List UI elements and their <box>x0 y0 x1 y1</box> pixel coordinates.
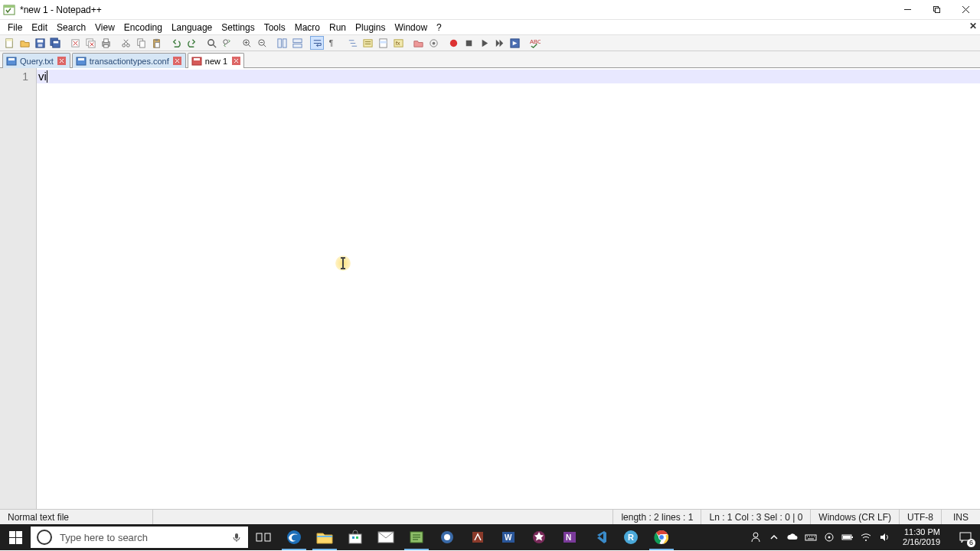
copy-button[interactable] <box>134 36 148 50</box>
new-file-button[interactable] <box>2 36 16 50</box>
word-wrap-button[interactable] <box>310 36 324 50</box>
doc-map-button[interactable] <box>376 36 390 50</box>
keyboard-icon[interactable] <box>805 531 817 543</box>
redo-button[interactable] <box>185 36 198 50</box>
vscode-app-icon[interactable] <box>585 524 616 550</box>
menu-help[interactable]: ? <box>432 21 446 34</box>
save-macro-button[interactable] <box>508 36 521 50</box>
app-icon-7[interactable] <box>462 524 493 550</box>
status-bar: Normal text file length : 2 lines : 1 Ln… <box>0 509 980 524</box>
zoom-in-button[interactable] <box>240 36 253 50</box>
chrome-app-icon[interactable] <box>646 524 677 550</box>
editor-content: vi <box>38 70 47 83</box>
monitoring-button[interactable] <box>426 36 440 50</box>
volume-icon[interactable] <box>878 531 890 543</box>
tab-new1[interactable]: new 1 <box>188 53 244 68</box>
svg-rect-83 <box>16 531 22 537</box>
open-file-button[interactable] <box>18 36 31 50</box>
word-app-icon[interactable]: W <box>493 524 524 550</box>
menu-search[interactable]: Search <box>52 21 90 34</box>
onedrive-icon[interactable] <box>786 531 799 543</box>
app-icon-6[interactable] <box>432 524 462 550</box>
tray-overflow-icon[interactable] <box>768 531 780 543</box>
menu-window[interactable]: Window <box>390 21 432 34</box>
battery-icon[interactable] <box>841 531 854 543</box>
svg-rect-113 <box>805 535 816 540</box>
onenote-app-icon[interactable]: N <box>554 524 585 550</box>
store-app-icon[interactable] <box>340 524 371 550</box>
status-encoding[interactable]: UTF-8 <box>900 510 942 524</box>
menu-plugins[interactable]: Plugins <box>351 21 390 34</box>
svg-rect-33 <box>155 42 159 47</box>
menu-settings[interactable]: Settings <box>217 21 259 34</box>
play-macro-button[interactable] <box>477 36 491 50</box>
mail-app-icon[interactable] <box>371 524 401 550</box>
close-file-button[interactable] <box>68 36 82 50</box>
stop-macro-button[interactable] <box>462 36 475 50</box>
menu-file[interactable]: File <box>3 21 27 34</box>
cut-button[interactable] <box>119 36 132 50</box>
undo-button[interactable] <box>169 36 183 50</box>
save-button[interactable] <box>33 36 47 50</box>
user-lang-button[interactable] <box>361 36 374 50</box>
replace-button[interactable] <box>220 36 234 50</box>
taskbar-clock[interactable]: 11:30 PM 2/16/2019 <box>897 527 946 547</box>
svg-rect-84 <box>9 538 15 544</box>
text-editor[interactable]: vi <box>37 68 980 509</box>
show-all-chars-button[interactable]: ¶ <box>325 36 339 50</box>
tab-close-icon[interactable] <box>173 57 182 66</box>
spellcheck-button[interactable]: ABC <box>528 36 541 50</box>
indent-guide-button[interactable] <box>345 36 359 50</box>
menu-view[interactable]: View <box>90 21 119 34</box>
mic-icon[interactable] <box>231 532 242 543</box>
svg-rect-86 <box>235 533 238 539</box>
taskbar-search[interactable]: Type here to search <box>31 527 248 548</box>
svg-rect-73 <box>78 58 84 60</box>
app-icon-9[interactable] <box>524 524 554 550</box>
sync-vscroll-button[interactable] <box>275 36 289 50</box>
play-multi-macro-button[interactable] <box>492 36 506 50</box>
record-macro-button[interactable] <box>446 36 460 50</box>
print-button[interactable] <box>99 36 113 50</box>
action-center-button[interactable]: 6 <box>952 524 978 550</box>
file-explorer-icon[interactable] <box>309 524 340 550</box>
save-all-button[interactable] <box>48 36 62 50</box>
notepadpp-app-icon[interactable] <box>401 524 432 550</box>
people-icon[interactable] <box>750 531 762 543</box>
paste-button[interactable] <box>149 36 163 50</box>
menu-encoding[interactable]: Encoding <box>119 21 167 34</box>
close-secondary-button[interactable]: ✕ <box>969 21 977 31</box>
svg-rect-89 <box>265 533 270 541</box>
app-icon-12[interactable]: R <box>616 524 646 550</box>
tab-query[interactable]: Query.txt <box>2 53 70 68</box>
wifi-icon[interactable] <box>860 531 872 543</box>
edge-app-icon[interactable] <box>279 524 309 550</box>
func-list-button[interactable]: fx <box>391 36 405 50</box>
close-button[interactable] <box>951 0 980 19</box>
status-mode[interactable]: INS <box>942 510 980 524</box>
tab-close-icon[interactable] <box>231 57 240 66</box>
menu-tools[interactable]: Tools <box>260 21 290 34</box>
location-icon[interactable] <box>823 531 835 543</box>
find-button[interactable] <box>204 36 218 50</box>
maximize-button[interactable] <box>922 0 951 19</box>
tab-transactiontypes[interactable]: transactiontypes.conf <box>72 53 186 68</box>
svg-rect-91 <box>317 536 332 537</box>
sync-hscroll-button[interactable] <box>290 36 304 50</box>
zoom-out-button[interactable] <box>255 36 269 50</box>
task-view-button[interactable] <box>248 524 279 550</box>
close-all-button[interactable] <box>83 36 97 50</box>
status-eol[interactable]: Windows (CR LF) <box>811 510 900 524</box>
svg-rect-82 <box>9 531 15 537</box>
start-button[interactable] <box>0 524 31 550</box>
svg-rect-44 <box>277 38 281 47</box>
folder-workspace-button[interactable] <box>411 36 425 50</box>
tab-label: transactiontypes.conf <box>90 57 169 66</box>
svg-rect-94 <box>356 536 358 539</box>
menu-edit[interactable]: Edit <box>27 21 52 34</box>
tab-close-icon[interactable] <box>57 57 67 66</box>
menu-language[interactable]: Language <box>167 21 217 34</box>
menu-macro[interactable]: Macro <box>290 21 325 34</box>
menu-run[interactable]: Run <box>325 21 351 34</box>
minimize-button[interactable] <box>893 0 922 19</box>
